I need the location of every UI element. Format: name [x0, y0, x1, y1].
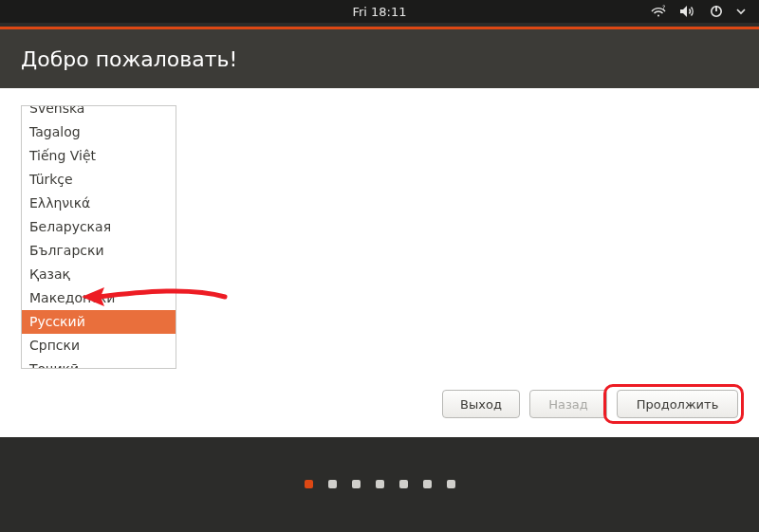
- language-item[interactable]: Српски: [22, 334, 176, 358]
- language-item[interactable]: Tagalog: [22, 120, 176, 144]
- network-icon[interactable]: ?: [651, 5, 666, 18]
- back-button: Назад: [529, 390, 607, 418]
- pager-dot[interactable]: [376, 480, 384, 488]
- installer-content: SvenskaTagalogTiếng ViệtTürkçeΕλληνικάБе…: [0, 88, 759, 437]
- language-item[interactable]: Български: [22, 239, 176, 263]
- installer-window: Добро пожаловать! SvenskaTagalogTiếng Vi…: [0, 27, 759, 437]
- language-item[interactable]: Tiếng Việt: [22, 144, 176, 168]
- clock: Fri 18:11: [352, 5, 406, 19]
- language-list[interactable]: SvenskaTagalogTiếng ViệtTürkçeΕλληνικάБе…: [21, 105, 176, 369]
- pager-dot[interactable]: [328, 480, 337, 488]
- pager-dot[interactable]: [399, 480, 408, 488]
- desktop-root: Fri 18:11 ? Добро пожаловать! SvenskaTag…: [0, 0, 759, 532]
- installer-titlebar: Добро пожаловать!: [0, 29, 759, 88]
- pager-dot[interactable]: [352, 480, 361, 488]
- svg-text:?: ?: [662, 5, 665, 10]
- continue-button[interactable]: Продолжить: [617, 390, 738, 418]
- power-icon[interactable]: [710, 5, 723, 18]
- system-tray: ?: [651, 5, 759, 18]
- pager-dot[interactable]: [423, 480, 432, 488]
- installer-pager: [0, 457, 759, 510]
- button-row: Выход Назад Продолжить: [442, 390, 738, 418]
- language-item[interactable]: Türkçe: [22, 168, 176, 192]
- annotation-arrow: [78, 280, 230, 318]
- volume-icon[interactable]: [679, 5, 696, 18]
- language-item[interactable]: Ελληνικά: [22, 192, 176, 215]
- pager-dot[interactable]: [447, 480, 455, 488]
- chevron-down-icon[interactable]: [736, 5, 746, 18]
- language-item[interactable]: Беларуская: [22, 215, 176, 239]
- page-title: Добро пожаловать!: [21, 47, 237, 71]
- svg-point-0: [657, 15, 659, 17]
- pager-dot[interactable]: [305, 480, 313, 488]
- quit-button[interactable]: Выход: [442, 390, 520, 418]
- language-item[interactable]: Тоҷикӣ: [22, 358, 176, 369]
- top-panel: Fri 18:11 ?: [0, 0, 759, 23]
- language-item[interactable]: Svenska: [22, 105, 176, 120]
